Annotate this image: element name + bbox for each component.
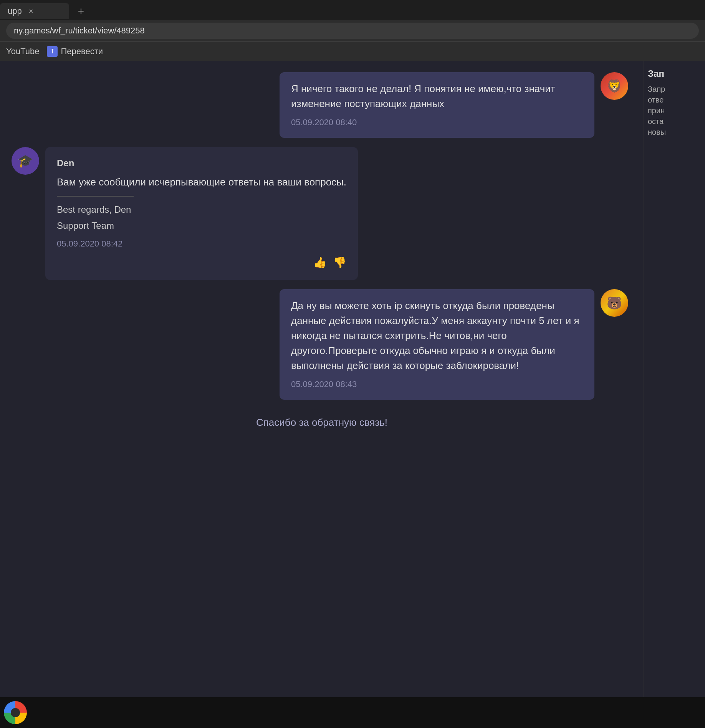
message-user-1: Я ничего такого не делал! Я понятия не и… [8, 72, 636, 138]
new-tab-button[interactable]: + [73, 3, 89, 19]
sidebar-title: Зап [648, 68, 701, 79]
dislike-button[interactable]: 👎 [333, 255, 346, 271]
signature-line1: Best regards, Den [57, 203, 346, 217]
sidebar-line4: оста [648, 116, 701, 127]
thank-you-message: Спасибо за обратную связь! [8, 409, 636, 436]
user-avatar-1: 🦁 [601, 72, 628, 100]
message-timestamp-2: 05.09.2020 08:42 [57, 237, 346, 250]
message-text-3: Да ну вы можете хоть ip скинуть откуда б… [291, 298, 583, 373]
chat-area: Я ничего такого не делал! Я понятия не и… [0, 61, 644, 697]
support-name: Den [57, 156, 346, 170]
message-bubble-1: Я ничего такого не делал! Я понятия не и… [280, 72, 594, 138]
user-avatar-3: 🐻 [601, 289, 628, 317]
address-bar-input[interactable] [6, 23, 699, 39]
browser-chrome: upp × + YouTube T Перевести [0, 0, 705, 61]
signature-line2: Support Team [57, 219, 346, 233]
feedback-icons: 👍 👎 [57, 255, 346, 271]
bookmark-translate[interactable]: T Перевести [47, 46, 103, 57]
sidebar-line1: Запр [648, 84, 701, 94]
message-bubble-3: Да ну вы можете хоть ip скинуть откуда б… [280, 289, 594, 400]
like-button[interactable]: 👍 [313, 255, 327, 271]
tab-bar: upp × + [0, 0, 705, 20]
sidebar-line2: отве [648, 94, 701, 105]
chrome-taskbar-icon[interactable] [4, 701, 27, 724]
message-timestamp-1: 05.09.2020 08:40 [291, 116, 583, 129]
chrome-icon [4, 701, 27, 724]
sidebar-line5: новы [648, 127, 701, 137]
youtube-bookmark-label: YouTube [6, 46, 39, 56]
sidebar-line3: прин [648, 105, 701, 116]
tab-close-button[interactable]: × [29, 7, 33, 16]
message-user-3: Да ну вы можете хоть ip скинуть откуда б… [8, 289, 636, 400]
translate-icon: T [47, 46, 58, 57]
message-text-1: Я ничего такого не делал! Я понятия не и… [291, 81, 583, 111]
message-bubble-2: Den Вам уже сообщили исчерпывающие ответ… [45, 147, 358, 280]
right-sidebar: Зап Запр отве прин оста новы [644, 61, 705, 697]
main-content: Я ничего такого не делал! Я понятия не и… [0, 61, 705, 697]
active-tab[interactable]: upp × [0, 3, 69, 19]
support-divider [57, 196, 134, 197]
tab-label: upp [8, 6, 22, 16]
address-bar-row [0, 20, 705, 41]
message-text-2: Вам уже сообщили исчерпывающие ответы на… [57, 175, 346, 190]
support-avatar: 🎓 [12, 147, 39, 175]
chrome-inner-circle [11, 708, 20, 717]
message-timestamp-3: 05.09.2020 08:43 [291, 378, 583, 390]
bookmarks-bar: YouTube T Перевести [0, 41, 705, 61]
bookmark-youtube[interactable]: YouTube [6, 46, 39, 56]
translate-label: Перевести [61, 46, 103, 56]
message-support-2: 🎓 Den Вам уже сообщили исчерпывающие отв… [8, 147, 636, 280]
taskbar [0, 697, 705, 728]
